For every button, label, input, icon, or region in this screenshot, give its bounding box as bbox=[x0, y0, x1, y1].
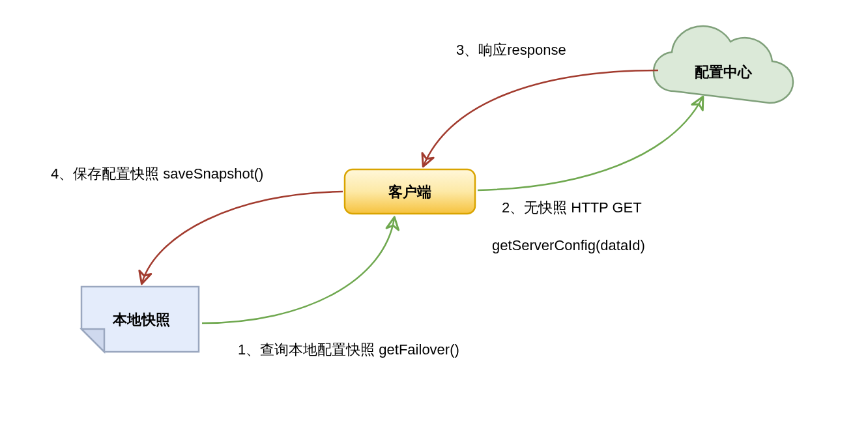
node-client: 客户端 bbox=[345, 169, 475, 214]
architecture-diagram: 配置中心 客户端 本地快照 1、查询本地配置快照 getFailover() 2… bbox=[0, 0, 868, 430]
edge-1-arrow bbox=[202, 218, 394, 323]
edge-2-label-line1: 2、无快照 HTTP GET bbox=[502, 199, 642, 216]
config-center-label: 配置中心 bbox=[695, 64, 753, 80]
note-fold-icon bbox=[81, 329, 104, 352]
edge-1-label: 1、查询本地配置快照 getFailover() bbox=[238, 341, 459, 358]
edge-3-label: 3、响应response bbox=[456, 42, 566, 58]
local-snapshot-label: 本地快照 bbox=[112, 311, 170, 328]
edge-3-arrow bbox=[424, 70, 658, 165]
client-label: 客户端 bbox=[388, 184, 431, 200]
edge-4-label: 4、保存配置快照 saveSnapshot() bbox=[51, 165, 263, 182]
edge-2-arrow bbox=[478, 98, 702, 190]
node-config-center: 配置中心 bbox=[654, 26, 793, 103]
edge-4-arrow bbox=[142, 192, 343, 283]
edge-2-label-line2: getServerConfig(dataId) bbox=[492, 237, 645, 253]
node-local-snapshot: 本地快照 bbox=[81, 287, 199, 352]
